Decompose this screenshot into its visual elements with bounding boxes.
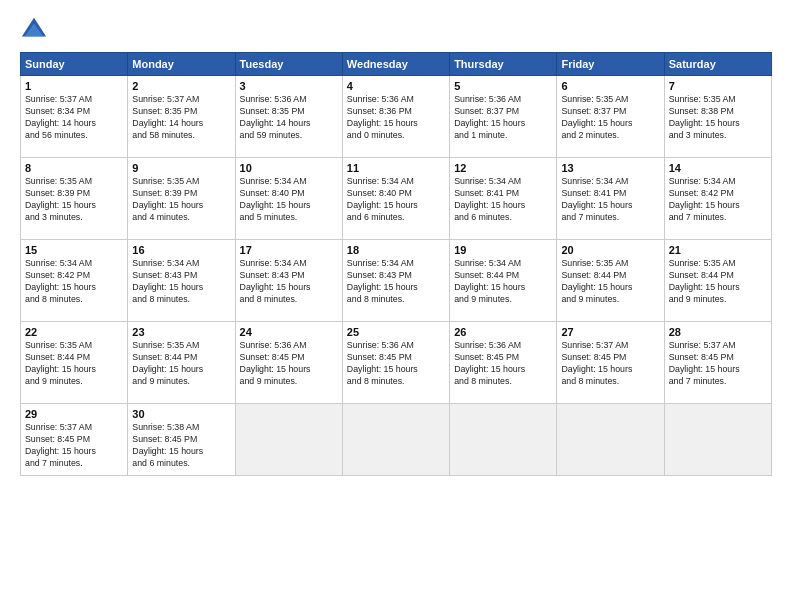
day-number: 10 <box>240 162 338 174</box>
day-cell: 22Sunrise: 5:35 AMSunset: 8:44 PMDayligh… <box>21 322 128 404</box>
day-info: Sunrise: 5:34 AMSunset: 8:43 PMDaylight:… <box>132 258 230 306</box>
day-info: Sunrise: 5:35 AMSunset: 8:39 PMDaylight:… <box>132 176 230 224</box>
day-info: Sunrise: 5:34 AMSunset: 8:42 PMDaylight:… <box>25 258 123 306</box>
col-header-friday: Friday <box>557 53 664 76</box>
day-cell: 25Sunrise: 5:36 AMSunset: 8:45 PMDayligh… <box>342 322 449 404</box>
day-number: 9 <box>132 162 230 174</box>
header <box>20 16 772 44</box>
day-number: 3 <box>240 80 338 92</box>
day-info: Sunrise: 5:36 AMSunset: 8:45 PMDaylight:… <box>454 340 552 388</box>
day-cell: 13Sunrise: 5:34 AMSunset: 8:41 PMDayligh… <box>557 158 664 240</box>
day-info: Sunrise: 5:34 AMSunset: 8:43 PMDaylight:… <box>240 258 338 306</box>
day-cell: 10Sunrise: 5:34 AMSunset: 8:40 PMDayligh… <box>235 158 342 240</box>
day-number: 4 <box>347 80 445 92</box>
day-cell: 6Sunrise: 5:35 AMSunset: 8:37 PMDaylight… <box>557 76 664 158</box>
logo <box>20 16 52 44</box>
day-number: 21 <box>669 244 767 256</box>
day-cell: 15Sunrise: 5:34 AMSunset: 8:42 PMDayligh… <box>21 240 128 322</box>
day-number: 1 <box>25 80 123 92</box>
day-number: 18 <box>347 244 445 256</box>
col-header-monday: Monday <box>128 53 235 76</box>
col-header-sunday: Sunday <box>21 53 128 76</box>
day-cell: 3Sunrise: 5:36 AMSunset: 8:35 PMDaylight… <box>235 76 342 158</box>
day-cell: 23Sunrise: 5:35 AMSunset: 8:44 PMDayligh… <box>128 322 235 404</box>
calendar: SundayMondayTuesdayWednesdayThursdayFrid… <box>20 52 772 476</box>
day-info: Sunrise: 5:34 AMSunset: 8:41 PMDaylight:… <box>561 176 659 224</box>
day-info: Sunrise: 5:36 AMSunset: 8:37 PMDaylight:… <box>454 94 552 142</box>
day-cell: 16Sunrise: 5:34 AMSunset: 8:43 PMDayligh… <box>128 240 235 322</box>
day-number: 11 <box>347 162 445 174</box>
day-number: 15 <box>25 244 123 256</box>
day-cell: 4Sunrise: 5:36 AMSunset: 8:36 PMDaylight… <box>342 76 449 158</box>
day-number: 23 <box>132 326 230 338</box>
day-number: 28 <box>669 326 767 338</box>
day-number: 14 <box>669 162 767 174</box>
day-info: Sunrise: 5:35 AMSunset: 8:44 PMDaylight:… <box>669 258 767 306</box>
day-cell: 24Sunrise: 5:36 AMSunset: 8:45 PMDayligh… <box>235 322 342 404</box>
day-info: Sunrise: 5:36 AMSunset: 8:45 PMDaylight:… <box>347 340 445 388</box>
page: SundayMondayTuesdayWednesdayThursdayFrid… <box>0 0 792 612</box>
day-info: Sunrise: 5:37 AMSunset: 8:45 PMDaylight:… <box>25 422 123 470</box>
day-number: 20 <box>561 244 659 256</box>
week-row-2: 8Sunrise: 5:35 AMSunset: 8:39 PMDaylight… <box>21 158 772 240</box>
col-header-saturday: Saturday <box>664 53 771 76</box>
day-cell: 2Sunrise: 5:37 AMSunset: 8:35 PMDaylight… <box>128 76 235 158</box>
day-cell: 18Sunrise: 5:34 AMSunset: 8:43 PMDayligh… <box>342 240 449 322</box>
day-number: 25 <box>347 326 445 338</box>
day-info: Sunrise: 5:34 AMSunset: 8:40 PMDaylight:… <box>347 176 445 224</box>
day-cell: 20Sunrise: 5:35 AMSunset: 8:44 PMDayligh… <box>557 240 664 322</box>
day-info: Sunrise: 5:35 AMSunset: 8:44 PMDaylight:… <box>25 340 123 388</box>
day-number: 2 <box>132 80 230 92</box>
day-number: 13 <box>561 162 659 174</box>
day-info: Sunrise: 5:35 AMSunset: 8:44 PMDaylight:… <box>132 340 230 388</box>
day-cell <box>557 404 664 476</box>
day-number: 12 <box>454 162 552 174</box>
col-header-wednesday: Wednesday <box>342 53 449 76</box>
col-header-tuesday: Tuesday <box>235 53 342 76</box>
day-number: 7 <box>669 80 767 92</box>
day-cell: 19Sunrise: 5:34 AMSunset: 8:44 PMDayligh… <box>450 240 557 322</box>
day-cell: 26Sunrise: 5:36 AMSunset: 8:45 PMDayligh… <box>450 322 557 404</box>
calendar-header-row: SundayMondayTuesdayWednesdayThursdayFrid… <box>21 53 772 76</box>
day-number: 17 <box>240 244 338 256</box>
day-cell: 27Sunrise: 5:37 AMSunset: 8:45 PMDayligh… <box>557 322 664 404</box>
day-number: 16 <box>132 244 230 256</box>
day-cell: 9Sunrise: 5:35 AMSunset: 8:39 PMDaylight… <box>128 158 235 240</box>
day-info: Sunrise: 5:37 AMSunset: 8:45 PMDaylight:… <box>669 340 767 388</box>
day-info: Sunrise: 5:36 AMSunset: 8:35 PMDaylight:… <box>240 94 338 142</box>
day-info: Sunrise: 5:38 AMSunset: 8:45 PMDaylight:… <box>132 422 230 470</box>
day-cell: 12Sunrise: 5:34 AMSunset: 8:41 PMDayligh… <box>450 158 557 240</box>
day-info: Sunrise: 5:34 AMSunset: 8:41 PMDaylight:… <box>454 176 552 224</box>
logo-icon <box>20 16 48 44</box>
day-cell: 29Sunrise: 5:37 AMSunset: 8:45 PMDayligh… <box>21 404 128 476</box>
day-number: 24 <box>240 326 338 338</box>
col-header-thursday: Thursday <box>450 53 557 76</box>
day-info: Sunrise: 5:35 AMSunset: 8:39 PMDaylight:… <box>25 176 123 224</box>
day-cell <box>235 404 342 476</box>
day-info: Sunrise: 5:34 AMSunset: 8:44 PMDaylight:… <box>454 258 552 306</box>
week-row-3: 15Sunrise: 5:34 AMSunset: 8:42 PMDayligh… <box>21 240 772 322</box>
day-number: 29 <box>25 408 123 420</box>
day-cell <box>342 404 449 476</box>
day-cell: 8Sunrise: 5:35 AMSunset: 8:39 PMDaylight… <box>21 158 128 240</box>
day-info: Sunrise: 5:34 AMSunset: 8:43 PMDaylight:… <box>347 258 445 306</box>
day-info: Sunrise: 5:34 AMSunset: 8:42 PMDaylight:… <box>669 176 767 224</box>
week-row-4: 22Sunrise: 5:35 AMSunset: 8:44 PMDayligh… <box>21 322 772 404</box>
day-number: 5 <box>454 80 552 92</box>
day-info: Sunrise: 5:37 AMSunset: 8:34 PMDaylight:… <box>25 94 123 142</box>
day-cell <box>450 404 557 476</box>
week-row-1: 1Sunrise: 5:37 AMSunset: 8:34 PMDaylight… <box>21 76 772 158</box>
day-info: Sunrise: 5:35 AMSunset: 8:37 PMDaylight:… <box>561 94 659 142</box>
day-cell: 14Sunrise: 5:34 AMSunset: 8:42 PMDayligh… <box>664 158 771 240</box>
day-number: 30 <box>132 408 230 420</box>
day-info: Sunrise: 5:35 AMSunset: 8:44 PMDaylight:… <box>561 258 659 306</box>
day-number: 6 <box>561 80 659 92</box>
day-info: Sunrise: 5:36 AMSunset: 8:36 PMDaylight:… <box>347 94 445 142</box>
day-info: Sunrise: 5:36 AMSunset: 8:45 PMDaylight:… <box>240 340 338 388</box>
day-info: Sunrise: 5:35 AMSunset: 8:38 PMDaylight:… <box>669 94 767 142</box>
day-cell: 5Sunrise: 5:36 AMSunset: 8:37 PMDaylight… <box>450 76 557 158</box>
day-number: 27 <box>561 326 659 338</box>
day-info: Sunrise: 5:37 AMSunset: 8:45 PMDaylight:… <box>561 340 659 388</box>
day-cell: 1Sunrise: 5:37 AMSunset: 8:34 PMDaylight… <box>21 76 128 158</box>
day-cell: 17Sunrise: 5:34 AMSunset: 8:43 PMDayligh… <box>235 240 342 322</box>
